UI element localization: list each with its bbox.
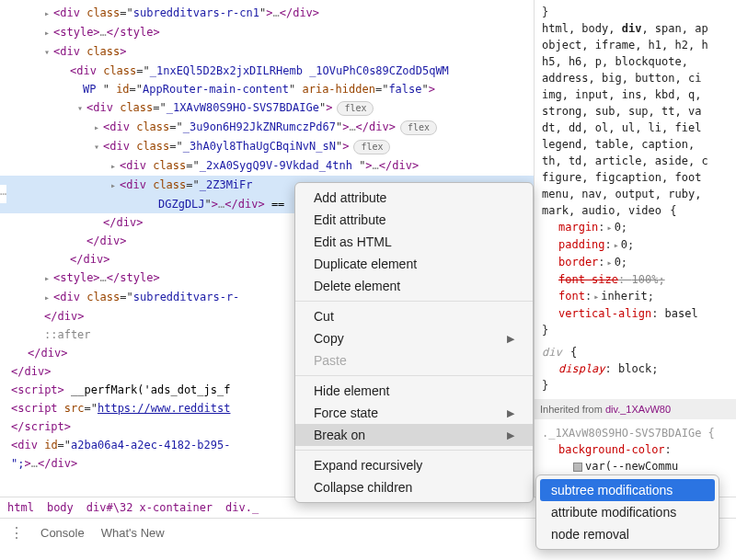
css-property[interactable]: margin:0; [542,219,729,236]
styles-panel[interactable]: } html, body, div, span, ap object, ifra… [534,0,736,497]
tab-console[interactable]: Console [40,526,85,540]
expand-icon[interactable]: ▸ [44,24,53,42]
overflow-dots: ⋯ [0,185,6,203]
dom-node[interactable]: <div class="_1nxEQl5D2Bx2jxDILRHemb _1OV… [0,62,534,80]
css-rule[interactable]: div { [542,344,729,360]
color-swatch[interactable] [573,463,582,472]
menu-paste: Paste [295,349,533,371]
expand-icon[interactable]: ▸ [94,119,103,137]
expand-icon[interactable]: ▸ [110,157,120,176]
css-rule-close: } [542,322,729,338]
submenu-subtree-modifications[interactable]: subtree modifications [540,479,715,501]
expand-icon[interactable]: ▾ [94,138,103,156]
expand-icon[interactable]: ▸ [44,269,53,288]
menu-expand-recursively[interactable]: Expand recursively [295,454,533,476]
css-selector[interactable]: html, body, div, span, ap [542,20,729,37]
menu-force-state[interactable]: Force state▶ [295,402,533,424]
menu-duplicate-element[interactable]: Duplicate element [295,253,533,275]
expand-icon[interactable]: ▸ [110,177,120,195]
submenu-arrow-icon: ▶ [507,429,514,441]
breadcrumb-item[interactable]: div._ [225,501,259,514]
dom-node[interactable]: ▸<div class="_3u9on6H92JkZNRumczPd67">…<… [0,118,534,137]
menu-copy[interactable]: Copy▶ [295,327,533,349]
css-selector[interactable]: ._1XAvW80S9HO-SVS7BDAIGe { [542,425,729,441]
menu-cut[interactable]: Cut [295,305,533,327]
flex-badge[interactable]: flex [353,140,390,154]
breadcrumb-item[interactable]: div#\32 x-container [86,501,213,514]
flex-badge[interactable]: flex [400,120,437,135]
expand-icon[interactable]: ▸ [44,289,53,307]
expand-icon[interactable]: ▾ [44,43,53,62]
menu-edit-attribute[interactable]: Edit attribute [295,209,533,231]
menu-collapse-children[interactable]: Collapse children [295,476,533,498]
submenu-arrow-icon: ▶ [507,407,514,419]
context-menu[interactable]: Add attribute Edit attribute Edit as HTM… [294,182,534,503]
css-rule-close: } [542,377,729,394]
submenu-attribute-modifications[interactable]: attribute modifications [536,501,719,523]
dom-node[interactable]: ▸<style>…</style> [0,23,534,42]
dom-node-continuation[interactable]: WP " id="AppRouter-main-content" aria-hi… [0,80,534,98]
css-property[interactable]: padding:0; [542,236,729,254]
breadcrumb-item[interactable]: body [47,501,74,514]
menu-add-attribute[interactable]: Add attribute [295,187,533,209]
tab-whats-new[interactable]: What's New [101,526,165,540]
breadcrumb-item[interactable]: html [7,501,34,514]
kebab-menu-icon[interactable]: ⋮ [9,524,24,542]
submenu-node-removal[interactable]: node removal [536,523,719,545]
css-property[interactable]: font:inherit; [542,288,729,305]
menu-break-on[interactable]: Break on▶ [295,424,533,446]
dom-node[interactable]: ▾<div class="_3hA0yl8ThaUgCBqiNvN_sN">fl… [0,137,534,156]
menu-delete-element[interactable]: Delete element [295,275,533,297]
break-on-submenu[interactable]: subtree modifications attribute modifica… [535,474,719,550]
submenu-arrow-icon: ▶ [507,333,514,345]
inherited-from-bar: Inherited from div._1XAvW80 [535,399,736,419]
flex-badge[interactable]: flex [337,101,374,116]
dom-node[interactable]: ▸<div class="subredditvars-r-cn1">…</div… [0,4,534,23]
dom-node[interactable]: ▾<div class="_1XAvW80S9HO-SVS7BDAIGe">fl… [0,98,534,118]
css-property[interactable]: vertical-align: basel [542,305,729,322]
dom-node[interactable]: ▾<div class> [0,42,534,62]
css-property-overridden[interactable]: font-size: 100%; [542,271,729,288]
expand-icon[interactable]: ▾ [77,99,86,118]
css-rule-close: } [542,4,729,20]
css-property[interactable]: border:0; [542,254,729,271]
menu-edit-as-html[interactable]: Edit as HTML [295,231,533,253]
expand-icon[interactable]: ▸ [44,5,53,23]
css-property[interactable]: display: block; [542,360,729,377]
dom-node[interactable]: ▸<div class="_2xA0SygQ9V-9Vkdad_4tnh ">…… [0,156,534,176]
menu-hide-element[interactable]: Hide element [295,380,533,402]
css-property[interactable]: background-color: [542,441,729,458]
